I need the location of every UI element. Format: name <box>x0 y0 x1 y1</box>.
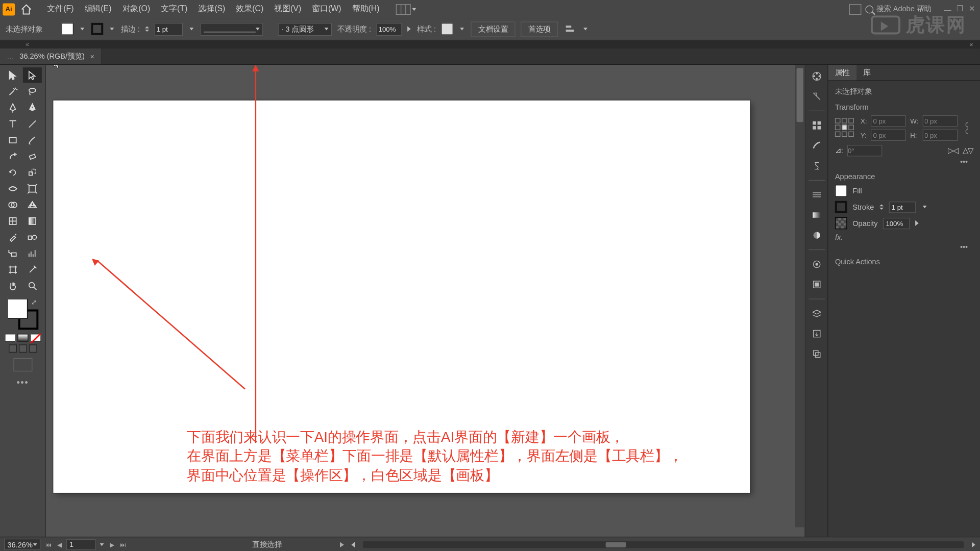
selection-tool[interactable] <box>4 67 22 83</box>
color-mode-gradient[interactable] <box>17 334 28 342</box>
gradient-panel-icon[interactable] <box>809 208 824 222</box>
free-transform-tool[interactable] <box>23 181 42 196</box>
artboard-dropdown-icon[interactable] <box>99 541 105 547</box>
stroke-swatch-panel[interactable] <box>835 201 847 213</box>
menu-object[interactable]: 对象(O) <box>118 1 154 17</box>
tab-properties[interactable]: 属性 <box>828 65 856 80</box>
paintbrush-tool[interactable] <box>23 132 42 147</box>
scroll-left-icon[interactable] <box>351 542 355 547</box>
stroke-weight-dropdown-panel[interactable] <box>921 204 928 210</box>
style-swatch[interactable] <box>442 23 454 35</box>
slice-tool[interactable] <box>23 262 42 277</box>
flip-v-icon[interactable]: △▽ <box>963 146 973 155</box>
gradient-tool[interactable] <box>23 213 42 229</box>
first-artboard-icon[interactable]: ⏮ <box>44 540 53 548</box>
mesh-tool[interactable] <box>4 213 22 229</box>
opacity-input-panel[interactable] <box>883 217 910 229</box>
last-artboard-icon[interactable]: ⏭ <box>119 540 127 548</box>
eraser-tool[interactable] <box>23 148 42 164</box>
arrange-docs-icon[interactable] <box>849 4 862 14</box>
artboard-tool[interactable] <box>4 262 22 277</box>
fill-swatch[interactable] <box>61 23 74 35</box>
x-input[interactable] <box>871 115 906 127</box>
transform-more-icon[interactable]: ••• <box>835 157 973 167</box>
help-search[interactable]: 搜索 Adobe 帮助 <box>865 4 931 14</box>
opacity-flyout-panel[interactable] <box>916 220 919 226</box>
close-tab-icon[interactable]: × <box>90 52 95 60</box>
menu-effect[interactable]: 效果(C) <box>232 1 268 17</box>
window-restore[interactable]: ❐ <box>954 5 965 14</box>
draw-behind-icon[interactable] <box>18 344 27 353</box>
vertical-scrollbar[interactable] <box>795 65 804 527</box>
stroke-stepper[interactable] <box>145 23 149 35</box>
hand-tool[interactable] <box>4 278 22 293</box>
menu-edit[interactable]: 编辑(E) <box>81 1 116 17</box>
stroke-panel-icon[interactable] <box>809 187 824 202</box>
color-guide-panel-icon[interactable] <box>809 89 824 104</box>
fx-label[interactable]: fx. <box>835 233 973 241</box>
menu-file[interactable]: 文件(F) <box>43 1 78 17</box>
stroke-stepper-panel[interactable] <box>879 201 884 213</box>
shaper-tool[interactable] <box>4 148 22 164</box>
appearance-more-icon[interactable]: ••• <box>835 241 973 252</box>
lasso-tool[interactable] <box>23 84 42 99</box>
fill-swatch-panel[interactable] <box>835 185 847 197</box>
align-flyout-icon[interactable] <box>564 23 577 35</box>
opacity-flyout-icon[interactable] <box>407 27 411 32</box>
screen-mode-icon[interactable] <box>13 358 32 371</box>
stroke-weight-panel[interactable] <box>889 201 916 212</box>
draw-normal-icon[interactable] <box>9 344 17 353</box>
y-input[interactable] <box>871 130 906 141</box>
stroke-profile-select[interactable] <box>201 22 263 35</box>
scroll-right-icon[interactable] <box>972 542 976 547</box>
scale-tool[interactable] <box>23 164 42 180</box>
menu-select[interactable]: 选择(S) <box>194 1 230 17</box>
swap-fill-stroke-icon[interactable]: ⤢ <box>31 298 37 306</box>
opacity-input[interactable] <box>377 22 402 35</box>
stroke-weight-input[interactable] <box>155 22 183 35</box>
swatches-panel-icon[interactable] <box>809 118 824 133</box>
rectangle-tool[interactable] <box>4 132 22 147</box>
eyedropper-tool[interactable] <box>4 229 22 244</box>
zoom-tool[interactable] <box>23 278 42 293</box>
status-flyout-icon[interactable] <box>340 542 344 547</box>
zoom-select[interactable]: 36.26% <box>4 539 40 550</box>
menu-window[interactable]: 窗口(W) <box>308 1 345 17</box>
magic-wand-tool[interactable] <box>4 84 22 99</box>
preferences-button[interactable]: 首选项 <box>521 21 558 37</box>
workspace-dropdown-icon[interactable] <box>410 6 417 12</box>
stroke-dropdown-icon[interactable] <box>109 26 115 32</box>
transparency-panel-icon[interactable] <box>809 228 824 243</box>
stroke-weight-dropdown-icon[interactable] <box>188 26 195 32</box>
tab-libraries[interactable]: 库 <box>856 65 877 80</box>
artboard-select[interactable]: 1 <box>66 539 95 549</box>
menu-type[interactable]: 文字(T) <box>157 1 191 17</box>
workspace-switcher[interactable] <box>396 4 410 14</box>
document-setup-button[interactable]: 文档设置 <box>471 21 516 37</box>
prev-artboard-icon[interactable]: ◀ <box>55 540 63 548</box>
link-wh-icon[interactable] <box>963 119 972 138</box>
color-mode-none[interactable] <box>30 334 41 342</box>
layers-panel-icon[interactable] <box>809 306 824 321</box>
style-dropdown-icon[interactable] <box>459 26 465 32</box>
brushes-panel-icon[interactable] <box>809 138 824 153</box>
width-tool[interactable] <box>4 181 22 196</box>
stroke-swatch[interactable] <box>91 23 103 35</box>
brush-select[interactable]: · 3 点圆形 <box>278 22 332 35</box>
fill-color-icon[interactable] <box>7 298 28 319</box>
shape-builder-tool[interactable] <box>4 197 22 212</box>
home-icon[interactable] <box>20 3 33 15</box>
curvature-tool[interactable] <box>23 100 42 115</box>
fill-dropdown-icon[interactable] <box>79 26 86 32</box>
asset-export-panel-icon[interactable] <box>809 327 824 341</box>
angle-input[interactable] <box>847 145 883 156</box>
fill-stroke-indicator[interactable]: ⤢ <box>7 298 38 330</box>
rotate-tool[interactable] <box>4 164 22 180</box>
graphic-styles-panel-icon[interactable] <box>809 277 824 292</box>
symbol-sprayer-tool[interactable] <box>4 245 22 261</box>
window-close[interactable]: ✕ <box>967 5 977 14</box>
menu-help[interactable]: 帮助(H) <box>348 1 384 17</box>
artboards-panel-icon[interactable] <box>809 346 824 361</box>
canvas-viewport[interactable]: 下面我们来认识一下AI的操作界面，点击AI界面的【新建】一个画板， 在界面上方是… <box>46 65 795 527</box>
h-input[interactable] <box>922 130 958 141</box>
